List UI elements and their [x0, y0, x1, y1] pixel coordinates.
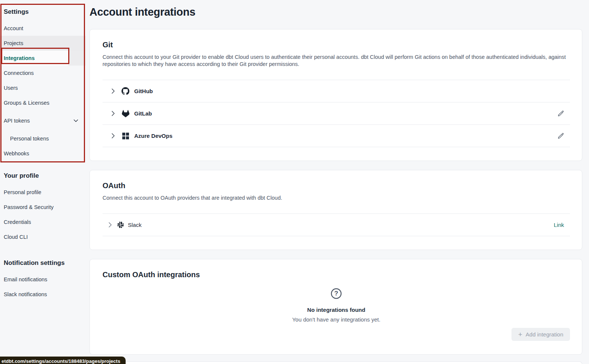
- question-circle-icon: ?: [330, 287, 343, 301]
- git-provider-row-azure-devops[interactable]: Azure DevOps: [103, 125, 570, 147]
- browser-status-url: etdbt.com/settings/accounts/188483/pages…: [0, 357, 126, 364]
- git-section-title: Git: [103, 41, 570, 49]
- oauth-card: OAuth Connect this account to OAuth prov…: [89, 170, 582, 250]
- azure-devops-icon: [122, 133, 129, 139]
- sidebar-item-api-tokens[interactable]: API tokens: [0, 113, 86, 128]
- chevron-right-icon: [111, 111, 115, 116]
- git-provider-row-gitlab[interactable]: GitLab: [103, 102, 570, 125]
- git-provider-label: GitLab: [134, 110, 152, 117]
- sidebar-header-notification-settings: Notification settings: [0, 256, 86, 272]
- main-content: Account integrations Git Connect this ac…: [89, 0, 582, 364]
- sidebar-item-cloud-cli[interactable]: Cloud CLI: [0, 230, 86, 244]
- sidebar-header-your-profile: Your profile: [0, 169, 86, 185]
- sidebar-header-settings: Settings: [0, 5, 86, 21]
- plus-icon: +: [518, 332, 522, 337]
- slack-icon: [117, 222, 124, 228]
- sidebar-item-personal-profile[interactable]: Personal profile: [0, 185, 86, 200]
- git-provider-label: GitHub: [134, 88, 153, 94]
- page-title: Account integrations: [89, 5, 582, 19]
- sidebar-item-connections[interactable]: Connections: [0, 66, 86, 80]
- chevron-down-icon: [73, 119, 78, 123]
- git-provider-list: GitHub GitLab: [103, 80, 570, 147]
- add-integration-label: Add integration: [526, 331, 563, 338]
- sidebar-item-webhooks[interactable]: Webhooks: [0, 146, 86, 161]
- sidebar-item-account[interactable]: Account: [0, 21, 86, 36]
- sidebar-item-projects[interactable]: Projects: [0, 36, 86, 51]
- sidebar-item-users[interactable]: Users: [0, 80, 86, 95]
- sidebar-item-integrations[interactable]: Integrations: [0, 51, 86, 66]
- oauth-section-title: OAuth: [103, 181, 570, 190]
- gitlab-icon: [122, 110, 129, 117]
- oauth-provider-label: Slack: [128, 222, 142, 228]
- slack-link-action[interactable]: Link: [554, 222, 564, 228]
- edit-icon[interactable]: [557, 133, 564, 139]
- svg-text:?: ?: [334, 290, 338, 297]
- custom-oauth-section-title: Custom OAuth integrations: [103, 270, 570, 279]
- settings-sidebar: Settings Account Projects Integrations C…: [0, 0, 86, 364]
- oauth-provider-row-slack[interactable]: Slack Link: [103, 214, 570, 236]
- git-card: Git Connect this account to your Git pro…: [89, 29, 582, 161]
- custom-oauth-card: Custom OAuth integrations ? No integrati…: [89, 259, 582, 355]
- sidebar-item-credentials[interactable]: Credentials: [0, 215, 86, 230]
- sidebar-item-personal-tokens[interactable]: Personal tokens: [0, 131, 86, 146]
- chevron-right-icon: [111, 133, 115, 139]
- chevron-right-icon: [111, 88, 115, 94]
- sidebar-item-password-security[interactable]: Password & Security: [0, 200, 86, 215]
- button-bar: + Add integration: [103, 328, 570, 341]
- sidebar-item-slack-notifications[interactable]: Slack notifications: [0, 287, 86, 302]
- git-section-description: Connect this account to your Git provide…: [103, 54, 570, 68]
- git-provider-row-github[interactable]: GitHub: [103, 80, 570, 102]
- chevron-right-icon: [108, 222, 112, 228]
- edit-icon[interactable]: [557, 110, 564, 117]
- git-provider-label: Azure DevOps: [134, 133, 173, 139]
- empty-state: ? No integrations found You don't have a…: [103, 287, 570, 323]
- github-icon: [122, 87, 129, 95]
- partial-next-card: [89, 361, 582, 364]
- sidebar-item-email-notifications[interactable]: Email notifications: [0, 272, 86, 287]
- oauth-section-description: Connect this account to OAuth providers …: [103, 194, 570, 202]
- sidebar-item-groups-licenses[interactable]: Groups & Licenses: [0, 95, 86, 110]
- oauth-provider-list: Slack Link: [103, 213, 570, 236]
- empty-state-subtitle: You don't have any integrations yet.: [103, 316, 570, 323]
- add-integration-button[interactable]: + Add integration: [511, 328, 570, 341]
- empty-state-title: No integrations found: [103, 307, 570, 313]
